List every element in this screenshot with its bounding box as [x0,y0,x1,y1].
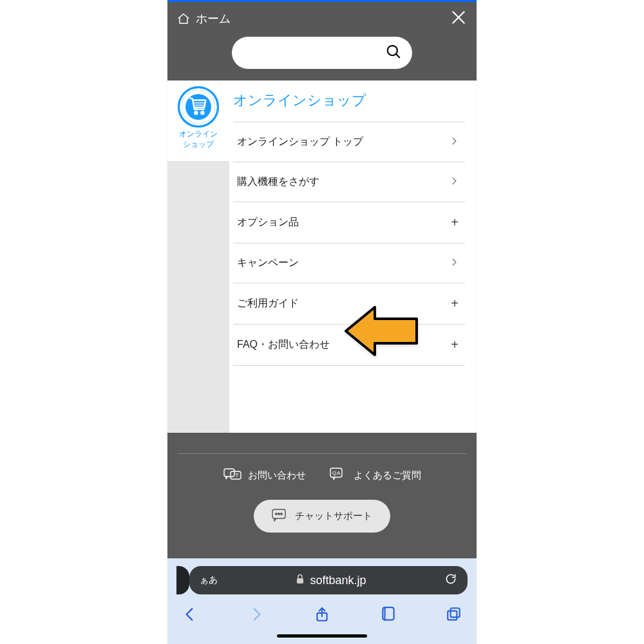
home-icon [176,12,191,26]
svg-point-1 [194,111,197,114]
search-input[interactable] [242,47,379,59]
svg-point-11 [278,513,279,515]
menu-item-label: 購入機種をさがす [237,175,319,189]
chat-button-label: チャットサポート [295,510,372,522]
svg-point-2 [201,111,204,114]
svg-point-10 [276,513,277,515]
home-indicator [277,634,367,638]
cart-icon [187,95,209,119]
phone-frame: ホーム [167,0,477,644]
menu-item-label: FAQ・お問い合わせ [237,338,330,352]
section-title: オンラインショップ [233,91,465,110]
sidebar-item-online-shop[interactable]: オンラインショップ [179,88,218,149]
menu-item-2[interactable]: オプション品+ [233,202,465,243]
browser-address-zone: ぁあ softbank.jp [167,558,477,601]
svg-point-0 [388,46,397,55]
reload-button[interactable] [444,573,457,588]
sidebar-item-label: オンラインショップ [179,129,218,149]
chat-support-button[interactable]: チャットサポート [254,500,390,533]
chevron-right-icon [450,137,459,148]
chevron-right-icon [450,176,459,188]
back-button[interactable] [182,606,198,625]
svg-text:Q: Q [332,470,336,476]
browser-toolbar [167,601,477,634]
svg-text:A: A [337,470,341,476]
chat-icon [272,509,287,524]
svg-rect-13 [297,578,303,583]
address-bar[interactable]: ぁあ softbank.jp [189,566,468,594]
expand-plus-icon: + [451,337,459,352]
share-button[interactable] [314,606,330,625]
forward-button[interactable] [248,606,265,625]
faq-icon: Q A [329,467,347,484]
search-field[interactable] [232,37,412,69]
menu-list: オンラインショップ トップ購入機種をさがすオプション品+キャンペーンご利用ガイド… [233,122,465,366]
text-size-button[interactable]: ぁあ [200,574,218,586]
menu-item-label: オンラインショップ トップ [237,135,363,149]
menu-item-label: キャンペーン [237,256,299,270]
menu-item-5[interactable]: FAQ・お問い合わせ+ [233,325,465,366]
menu-item-3[interactable]: キャンペーン [233,243,465,283]
address-domain: softbank.jp [310,574,366,587]
page-header: ホーム [167,2,477,80]
footer-faq-label: よくあるご質問 [354,469,421,482]
expand-plus-icon: + [451,296,459,311]
svg-text:?: ? [235,472,238,478]
contact-icon: ? [223,467,242,484]
content-area: オンラインショップ オンラインショップ オンラインショップ トップ購入機種をさが… [167,80,477,433]
home-label: ホーム [196,11,231,26]
footer-contact-label: お問い合わせ [248,469,306,482]
menu-item-label: オプション品 [237,216,299,229]
cart-badge [180,88,217,126]
page-footer: ? お問い合わせ Q A よくあるご質問 [167,433,477,558]
footer-contact-link[interactable]: ? お問い合わせ [223,467,306,484]
bookmarks-button[interactable] [380,606,397,625]
menu-item-label: ご利用ガイド [237,297,299,310]
tabs-button[interactable] [446,606,462,625]
close-icon [450,9,467,28]
svg-point-12 [281,513,282,515]
lock-icon [296,574,305,587]
expand-plus-icon: + [451,215,459,230]
home-indicator-wrap [167,634,477,644]
menu-panel: オンラインショップ オンラインショップ トップ購入機種をさがすオプション品+キャ… [229,80,477,433]
svg-rect-16 [448,611,457,620]
chevron-right-icon [450,258,459,269]
close-button[interactable] [450,10,468,28]
svg-rect-3 [224,469,234,477]
search-icon [385,43,402,62]
menu-item-4[interactable]: ご利用ガイド+ [233,283,465,325]
menu-item-0[interactable]: オンラインショップ トップ [233,122,465,162]
tab-switcher-peek[interactable] [176,566,189,594]
category-rail: オンラインショップ [167,80,229,433]
footer-faq-link[interactable]: Q A よくあるご質問 [329,467,421,484]
home-link[interactable]: ホーム [176,11,231,26]
menu-item-1[interactable]: 購入機種をさがす [233,162,465,202]
svg-rect-15 [451,608,460,617]
sidebar-empty [167,161,229,433]
